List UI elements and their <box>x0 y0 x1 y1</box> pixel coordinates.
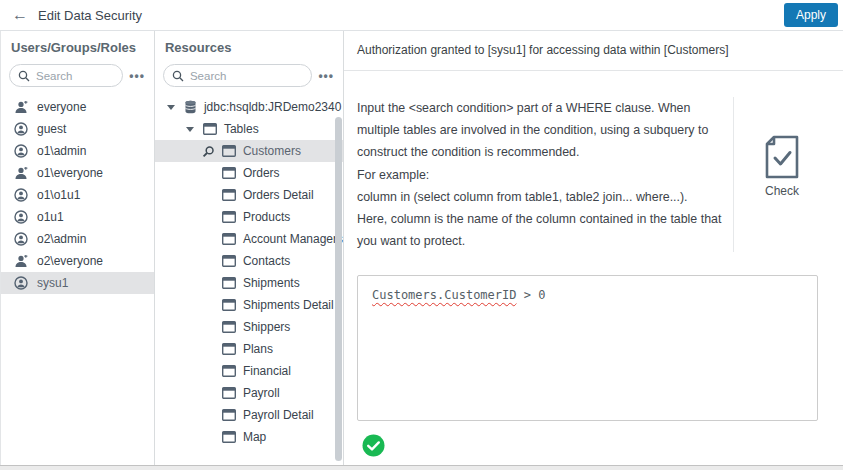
user-list-item[interactable]: o2\admin <box>1 228 154 250</box>
check-button-label: Check <box>765 184 799 198</box>
tree-node-label: Shipments <box>243 276 300 290</box>
caret-slot <box>184 127 196 132</box>
tree-node-label: jdbc:hsqldb:JRDemo2340 <box>204 100 341 114</box>
tree-node[interactable]: Shipments Detail <box>155 294 343 316</box>
user-icon <box>14 122 28 136</box>
user-icon <box>14 276 28 290</box>
user-icon <box>14 188 28 202</box>
user-name: sysu1 <box>37 276 68 290</box>
user-name: guest <box>37 122 66 136</box>
caret-slot <box>203 259 215 264</box>
users-search-box[interactable] <box>9 64 123 87</box>
user-list-item[interactable]: everyone <box>1 96 154 118</box>
user-list-item[interactable]: o1u1 <box>1 206 154 228</box>
table-icon <box>222 409 236 421</box>
user-list-item[interactable]: o2\everyone <box>1 250 154 272</box>
user-icon <box>14 232 28 246</box>
table-icon <box>222 189 236 201</box>
authorization-content: Input the <search condition> part of a W… <box>344 97 843 457</box>
table-icon <box>222 343 236 355</box>
caret-slot <box>203 237 215 242</box>
validation-success-icon <box>362 434 385 457</box>
table-icon <box>222 387 236 399</box>
user-list-item[interactable]: guest <box>1 118 154 140</box>
group-icon <box>14 167 28 180</box>
back-arrow-icon[interactable]: ← <box>12 7 28 23</box>
table-icon <box>222 167 236 179</box>
topbar: ← Edit Data Security Apply <box>0 0 843 30</box>
page-title: Edit Data Security <box>38 8 142 23</box>
tree-node-label: Contacts <box>243 254 290 268</box>
chevron-down-icon[interactable] <box>167 105 175 110</box>
resources-scrollbar[interactable] <box>335 117 342 461</box>
user-name: o2\admin <box>37 232 86 246</box>
caret-slot <box>203 281 215 286</box>
table-icon <box>222 233 236 245</box>
resources-search-input[interactable] <box>190 70 303 82</box>
tree-node-label: Financial <box>243 364 291 378</box>
search-icon <box>18 70 30 82</box>
user-name: o2\everyone <box>37 254 103 268</box>
apply-button[interactable]: Apply <box>784 3 838 27</box>
resources-more-options-button[interactable]: ••• <box>312 69 337 83</box>
horizontal-scrollbar[interactable] <box>0 465 843 470</box>
authorization-panel: Authorization granted to [sysu1] for acc… <box>344 31 843 465</box>
caret-slot <box>203 171 215 176</box>
tree-node[interactable]: Financial <box>155 360 343 382</box>
caret-slot <box>165 105 177 110</box>
user-name: o1u1 <box>37 210 64 224</box>
resources-panel: Resources ••• <box>155 31 344 465</box>
users-list: everyone guest o1\admi <box>1 96 154 294</box>
table-icon <box>222 321 236 333</box>
tree-node[interactable]: Payroll Detail <box>155 404 343 426</box>
user-icon <box>14 210 28 224</box>
tree-node[interactable]: Shipments <box>155 272 343 294</box>
resources-tree: jdbc:hsqldb:JRDemo2340 Tables <box>155 96 343 448</box>
tree-node[interactable]: Account Managers <box>155 228 343 250</box>
user-list-item[interactable]: o1\o1u1 <box>1 184 154 206</box>
tree-node-label: Customers <box>243 144 301 158</box>
tree-node[interactable]: Customers <box>155 140 343 162</box>
tree-node[interactable]: Tables <box>155 118 343 140</box>
check-button[interactable]: Check <box>764 135 800 198</box>
tree-node[interactable]: Contacts <box>155 250 343 272</box>
resources-search-box[interactable] <box>163 64 312 87</box>
tree-node[interactable]: Products <box>155 206 343 228</box>
tree-node[interactable]: jdbc:hsqldb:JRDemo2340 <box>155 96 343 118</box>
users-more-options-button[interactable]: ••• <box>123 69 148 83</box>
user-name: o1\everyone <box>37 166 103 180</box>
resources-search-row: ••• <box>155 62 343 93</box>
main-area: Users/Groups/Roles ••• everyone <box>0 30 843 465</box>
users-search-input[interactable] <box>36 70 114 82</box>
chevron-down-icon[interactable] <box>186 127 194 132</box>
tree-node[interactable]: Plans <box>155 338 343 360</box>
caret-slot <box>203 413 215 418</box>
tree-node[interactable]: Shippers <box>155 316 343 338</box>
user-list-item[interactable]: sysu1 <box>1 272 154 294</box>
caret-slot <box>203 435 215 440</box>
caret-slot <box>203 369 215 374</box>
user-name: everyone <box>37 100 86 114</box>
table-icon <box>222 211 236 223</box>
tree-node[interactable]: Orders Detail <box>155 184 343 206</box>
caret-slot <box>203 193 215 198</box>
tree-node-label: Orders Detail <box>243 188 314 202</box>
description-row: Input the <search condition> part of a W… <box>357 97 830 252</box>
user-list-item[interactable]: o1\admin <box>1 140 154 162</box>
tree-node-label: Tables <box>224 122 259 136</box>
caret-slot <box>203 347 215 352</box>
user-list-item[interactable]: o1\everyone <box>1 162 154 184</box>
table-icon <box>222 145 236 157</box>
tree-node[interactable]: Payroll <box>155 382 343 404</box>
condition-code-rest: > 0 <box>517 288 546 302</box>
condition-editor[interactable]: Customers.CustomerID > 0 <box>357 275 818 421</box>
tree-node-label: Products <box>243 210 290 224</box>
database-icon <box>184 100 197 114</box>
table-icon <box>222 277 236 289</box>
caret-slot <box>203 391 215 396</box>
tree-node[interactable]: Map <box>155 426 343 448</box>
tree-node[interactable]: Orders <box>155 162 343 184</box>
tree-node-label: Orders <box>243 166 280 180</box>
caret-slot <box>203 303 215 308</box>
tree-node-label: Shippers <box>243 320 290 334</box>
